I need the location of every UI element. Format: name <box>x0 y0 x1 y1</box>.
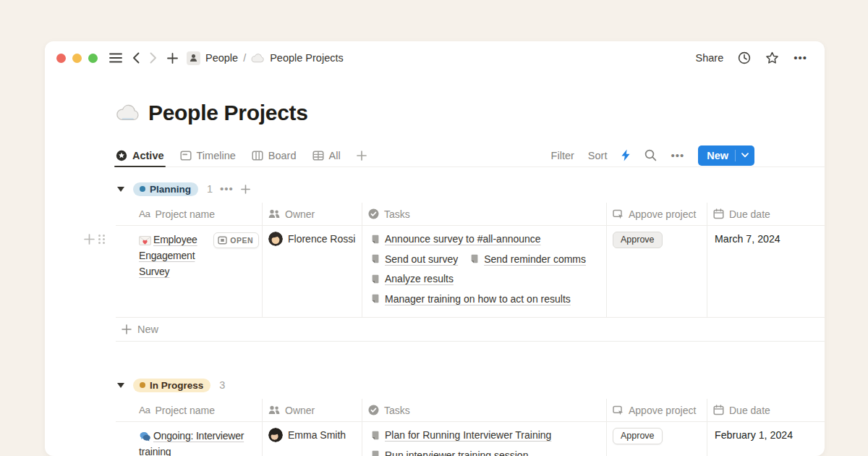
page-icon <box>469 253 480 264</box>
timeline-view-icon <box>180 150 192 161</box>
owner-cell[interactable]: Emma Smith <box>263 422 362 456</box>
page-icon <box>370 274 380 284</box>
row-hover-controls <box>84 234 105 245</box>
task-link[interactable]: Analyze results <box>370 273 454 284</box>
approve-button[interactable]: Approve <box>613 232 663 248</box>
avatar <box>268 232 283 246</box>
task-link[interactable]: Send out survey <box>370 253 458 265</box>
tab-timeline[interactable]: Timeline <box>180 144 236 166</box>
breadcrumb-current[interactable]: People Projects <box>270 52 344 64</box>
page-icon <box>370 449 380 456</box>
group-header-planning: Planning 1 ••• <box>116 180 825 198</box>
due-date-cell[interactable]: February 1, 2024 <box>707 422 825 456</box>
approve-button[interactable]: Approve <box>613 428 663 444</box>
more-options-icon[interactable]: ••• <box>793 54 807 62</box>
task-link[interactable]: Manager training on how to act on result… <box>370 293 571 305</box>
task-link[interactable]: Send reminder comms <box>469 253 586 265</box>
minimize-window-button[interactable] <box>72 54 82 63</box>
tab-board[interactable]: Board <box>252 144 297 166</box>
column-header-tasks[interactable]: Tasks <box>362 203 607 225</box>
app-window: People / People Projects Share ••• Peopl… <box>45 41 825 456</box>
group-count: 1 <box>207 183 213 195</box>
button-property-icon <box>613 209 624 219</box>
owner-cell[interactable]: Florence Rossi <box>263 226 362 317</box>
table-row-ongoing-interviewer-training: Ongoing: Interviewer training Emma Smith… <box>116 422 825 456</box>
calendar-icon <box>713 405 724 415</box>
zoom-window-button[interactable] <box>88 54 98 63</box>
avatar <box>268 428 283 442</box>
love-letter-emoji <box>139 236 151 245</box>
breadcrumb: People / People Projects <box>187 51 344 65</box>
updates-clock-icon[interactable] <box>738 51 751 64</box>
column-header-project-name[interactable]: Aa Project name <box>116 399 263 421</box>
new-row-button[interactable]: New <box>116 318 825 342</box>
tab-board-label: Board <box>268 150 297 161</box>
nav-forward-icon[interactable] <box>150 52 157 64</box>
new-button-label[interactable]: New <box>698 150 735 161</box>
page-icon <box>370 430 380 441</box>
speech-bubbles-emoji <box>139 431 151 442</box>
column-header-owner[interactable]: Owner <box>263 203 362 225</box>
column-header-tasks[interactable]: Tasks <box>362 399 607 421</box>
collapse-triangle-icon[interactable] <box>117 187 124 192</box>
approve-project-cell: Approve <box>607 226 707 317</box>
column-header-owner[interactable]: Owner <box>263 399 362 421</box>
task-link[interactable]: Run interviewer training session <box>370 449 528 456</box>
group-options-icon[interactable]: ••• <box>220 185 234 193</box>
open-page-button[interactable]: OPEN <box>213 232 259 248</box>
task-link[interactable]: Announce survey to #all-announce <box>370 233 541 245</box>
page-title[interactable]: People Projects <box>148 101 308 125</box>
project-name-cell: Ongoing: Interviewer training <box>116 422 263 456</box>
table-row-employee-engagement-survey: OPEN Employee Engagement Survey Florence… <box>116 226 825 318</box>
breadcrumb-parent[interactable]: People <box>205 52 238 64</box>
drag-handle-icon[interactable] <box>98 235 105 244</box>
page-icon <box>370 234 380 245</box>
approve-project-cell: Approve <box>607 422 707 456</box>
share-button[interactable]: Share <box>696 52 724 64</box>
view-tabs: Active Timeline Board <box>116 144 367 166</box>
new-button-chevron-down-icon[interactable] <box>736 153 754 158</box>
new-page-icon[interactable] <box>167 53 178 64</box>
tab-active[interactable]: Active <box>116 144 164 166</box>
search-icon[interactable] <box>644 149 657 161</box>
table-view-icon <box>312 150 324 161</box>
tab-timeline-label: Timeline <box>197 150 236 161</box>
sort-button[interactable]: Sort <box>588 150 608 161</box>
sidebar-toggle-icon[interactable] <box>109 53 122 63</box>
column-header-approve-project[interactable]: Appove project <box>607 399 707 421</box>
page-cloud-icon[interactable] <box>116 104 140 122</box>
board-view-icon <box>252 150 263 161</box>
status-dot <box>140 382 145 388</box>
status-tag-label: Planning <box>150 184 191 195</box>
filter-button[interactable]: Filter <box>551 150 574 161</box>
tab-all-label: All <box>329 150 341 161</box>
tasks-cell: Plan for Running Interviewer Training Ru… <box>362 422 607 456</box>
add-view-button[interactable] <box>357 144 367 166</box>
project-page-link[interactable]: Ongoing: Interviewer training <box>139 430 244 456</box>
task-link[interactable]: Plan for Running Interviewer Training <box>370 429 551 441</box>
automations-bolt-icon[interactable] <box>621 149 631 161</box>
close-window-button[interactable] <box>56 54 66 63</box>
due-date-cell[interactable]: March 7, 2024 <box>707 226 825 317</box>
project-name-cell: OPEN Employee Engagement Survey <box>116 226 263 317</box>
status-tag-planning[interactable]: Planning <box>133 182 198 196</box>
nav-back-icon[interactable] <box>132 52 140 64</box>
add-row-icon[interactable] <box>84 234 95 245</box>
table-header-row: Aa Project name Owner Tasks <box>116 399 825 422</box>
new-row-label: New <box>137 324 158 335</box>
new-button[interactable]: New <box>698 145 754 166</box>
column-header-due-date[interactable]: Due date <box>707 203 825 225</box>
tab-all[interactable]: All <box>312 144 341 166</box>
group-add-row-icon[interactable] <box>241 185 250 194</box>
planning-table: Aa Project name Owner Tasks <box>116 203 825 342</box>
favorite-star-icon[interactable] <box>765 51 779 64</box>
view-options-icon[interactable]: ••• <box>671 152 684 159</box>
text-property-icon: Aa <box>139 405 150 415</box>
check-circle-icon <box>368 405 379 415</box>
status-tag-in-progress[interactable]: In Progress <box>133 379 210 392</box>
collapse-triangle-icon[interactable] <box>117 383 124 388</box>
column-header-project-name[interactable]: Aa Project name <box>116 203 263 225</box>
column-header-approve-project[interactable]: Appove project <box>607 203 707 225</box>
text-property-icon: Aa <box>139 208 150 219</box>
column-header-due-date[interactable]: Due date <box>707 399 825 421</box>
